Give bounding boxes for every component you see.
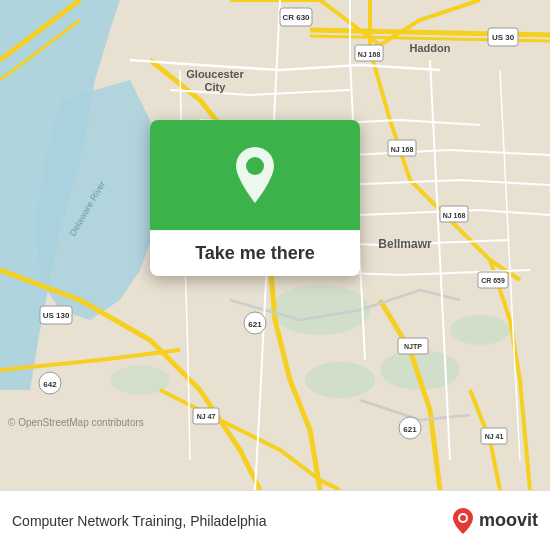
svg-point-39 [460, 515, 466, 521]
svg-text:US 130: US 130 [43, 311, 70, 320]
svg-point-3 [450, 315, 510, 345]
svg-text:Haddon: Haddon [410, 42, 451, 54]
map-container: CR 630 US 30 NJ 168 NJ 168 NJ 168 US 130… [0, 0, 550, 490]
moovit-logo: moovit [451, 507, 538, 535]
svg-text:Gloucester: Gloucester [186, 68, 244, 80]
place-title: Computer Network Training, Philadelphia [12, 513, 266, 529]
svg-text:CR 659: CR 659 [481, 277, 505, 284]
svg-text:NJ 168: NJ 168 [443, 212, 466, 219]
bottom-bar: Computer Network Training, Philadelphia … [0, 490, 550, 550]
svg-point-4 [305, 362, 375, 398]
svg-point-37 [246, 157, 264, 175]
svg-text:NJ 168: NJ 168 [391, 146, 414, 153]
take-me-there-button[interactable]: Take me there [150, 230, 360, 276]
moovit-pin-icon [451, 507, 475, 535]
svg-text:NJ 47: NJ 47 [197, 413, 216, 420]
svg-text:CR 630: CR 630 [282, 13, 310, 22]
svg-text:Bellmawr: Bellmawr [378, 237, 432, 251]
popup-card[interactable]: Take me there [150, 120, 360, 276]
svg-text:US 30: US 30 [492, 33, 515, 42]
svg-text:NJTP: NJTP [404, 343, 422, 350]
svg-text:NJ 41: NJ 41 [485, 433, 504, 440]
svg-text:621: 621 [403, 425, 417, 434]
map-attribution: © OpenStreetMap contributors [8, 417, 144, 428]
location-pin-icon [230, 145, 280, 205]
svg-text:642: 642 [43, 380, 57, 389]
moovit-brand-text: moovit [479, 510, 538, 531]
popup-icon-area [150, 120, 360, 230]
svg-text:City: City [205, 81, 227, 93]
svg-text:NJ 168: NJ 168 [358, 51, 381, 58]
svg-text:621: 621 [248, 320, 262, 329]
